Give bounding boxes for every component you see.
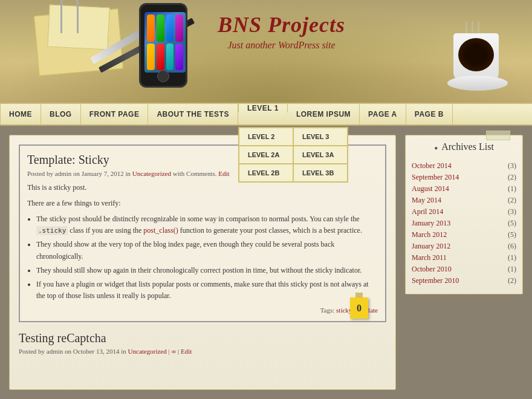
dropdown-level3[interactable]: LEVEL 3 (293, 128, 348, 146)
archives-widget-title: Archives List (412, 141, 516, 155)
dropdown-level2[interactable]: LEVEL 2 (239, 128, 293, 146)
phone-device (139, 3, 187, 88)
list-item: They should show at the very top of the … (36, 239, 378, 262)
header-decorations (0, 0, 224, 103)
archive-link[interactable]: April 2014 (412, 207, 443, 216)
nav-item-level1[interactable]: LEVEL 1 (238, 104, 288, 112)
nav-dropdown-level1: LEVEL 1 LEVEL 2 LEVEL 3 LEVEL 2A LEVEL 3… (238, 104, 288, 125)
archive-item-jan2012: January 2012 (6) (412, 242, 516, 251)
post-intro2: There are a few things to verify: (27, 198, 378, 209)
paperclip-icon (60, 0, 79, 33)
paper-small (47, 4, 110, 50)
sidebar: Archives List October 2014 (3) September… (405, 135, 523, 390)
archive-count: (2) (508, 173, 516, 182)
second-post-category[interactable]: Uncategorized (128, 348, 167, 355)
archive-link[interactable]: May 2014 (412, 196, 441, 205)
app-icon (175, 15, 183, 42)
dropdown-row-1: LEVEL 2 LEVEL 3 (239, 128, 348, 146)
steam-line (478, 21, 479, 34)
post-class-link[interactable]: post_class() (143, 226, 178, 235)
dropdown-row-3: LEVEL 2B LEVEL 3B (239, 164, 348, 182)
nav-item-page-a[interactable]: PAGE A (360, 104, 406, 125)
archive-link[interactable]: March 2012 (412, 230, 447, 239)
sticky-note-decoration: 0 (350, 297, 368, 319)
post-meta-text: Posted by admin on January 7, 2012 in (27, 170, 131, 177)
second-post-meta: Posted by admin on October 13, 2014 in U… (19, 348, 386, 355)
archive-item-mar2011: March 2011 (1) (412, 253, 516, 262)
main-navigation: HOME BLOG FRONT PAGE ABOUT THE TESTS LEV… (0, 103, 532, 126)
tag-sticky[interactable]: sticky (336, 307, 352, 314)
phone-screen (144, 12, 186, 73)
post-edit-link[interactable]: Edit (218, 170, 229, 177)
app-icon (157, 44, 164, 71)
nav-item-lorem-ipsum[interactable]: LOREM IPSUM (288, 104, 360, 125)
nav-item-home[interactable]: HOME (0, 104, 41, 125)
post-tags: Tags: sticky, template (27, 307, 378, 314)
archive-item-sep2014: September 2014 (2) (412, 173, 516, 182)
second-edit-link[interactable]: Edit (181, 348, 192, 355)
archive-link[interactable]: January 2012 (412, 242, 450, 251)
dropdown-row-2: LEVEL 2A LEVEL 3A (239, 146, 348, 164)
archive-item-jan2013: January 2013 (5) (412, 219, 516, 228)
archive-link[interactable]: September 2014 (412, 173, 459, 182)
archive-item-aug2014: August 2014 (1) (412, 184, 516, 193)
phone-home-button (157, 70, 169, 82)
dropdown-level3a[interactable]: LEVEL 3A (293, 146, 348, 164)
site-title: BNS Projects (218, 12, 345, 37)
archive-link[interactable]: August 2014 (412, 184, 449, 193)
archive-count: (1) (508, 265, 516, 274)
app-icon (166, 44, 174, 71)
nav-item-about-tests[interactable]: ABOUT THE TESTS (148, 104, 238, 125)
archive-item-oct2014: October 2014 (3) (412, 161, 516, 170)
archive-count: (1) (508, 253, 516, 262)
archives-widget: Archives List October 2014 (3) September… (405, 135, 523, 294)
archive-count: (2) (508, 276, 516, 285)
nav-item-front-page[interactable]: FRONT PAGE (81, 104, 149, 125)
archive-link[interactable]: September 2010 (412, 276, 459, 285)
archive-count: (3) (508, 161, 516, 170)
archive-link[interactable]: October 2010 (412, 265, 452, 274)
archive-count: (5) (508, 230, 516, 239)
tags-label: Tags: (320, 307, 335, 314)
nav-item-blog[interactable]: BLOG (41, 104, 81, 125)
app-icon (147, 15, 155, 42)
archive-item-may2014: May 2014 (2) (412, 196, 516, 205)
site-header: BNS Projects Just another WordPress site (0, 0, 532, 103)
dropdown-level2b[interactable]: LEVEL 2B (239, 164, 293, 182)
archive-count: (5) (508, 219, 516, 228)
archive-item-apr2014: April 2014 (3) (412, 207, 516, 216)
app-icon (175, 44, 183, 71)
cup-saucer (447, 76, 508, 91)
dropdown-menu: LEVEL 2 LEVEL 3 LEVEL 2A LEVEL 3A LEVEL … (238, 127, 348, 183)
archive-item-oct2010: October 2010 (1) (412, 265, 516, 274)
app-icon (157, 15, 164, 42)
second-post: Testing reCaptcha Posted by admin on Oct… (19, 331, 386, 355)
list-item: If you have a plugin or widget that list… (36, 279, 378, 302)
app-icon (147, 44, 155, 71)
tape-decoration (486, 131, 510, 140)
archive-link[interactable]: March 2011 (412, 253, 447, 262)
second-meta-text: Posted by admin on October 13, 2014 in (19, 348, 126, 355)
second-post-title: Testing reCaptcha (19, 331, 386, 345)
post-meta-suffix: with Comments. (173, 170, 217, 177)
dropdown-level2a[interactable]: LEVEL 2A (239, 146, 293, 164)
app-icon (166, 15, 174, 42)
archive-count: (3) (508, 207, 516, 216)
code-sticky: .sticky (36, 226, 68, 235)
archive-count: (6) (508, 242, 516, 251)
nav-item-page-b[interactable]: PAGE B (406, 104, 453, 125)
infinity-link[interactable]: ∞ (171, 348, 176, 355)
archive-count: (2) (508, 196, 516, 205)
steam-line (472, 21, 473, 32)
archive-item-sep2010: September 2010 (2) (412, 276, 516, 285)
post-category-link[interactable]: Uncategorized (132, 170, 171, 177)
site-branding: BNS Projects Just another WordPress site (218, 12, 345, 51)
post-intro1: This is a sticky post. (27, 182, 378, 193)
archive-count: (1) (508, 184, 516, 193)
list-item: The sticky post should be distinctly rec… (36, 213, 378, 236)
archive-link[interactable]: January 2013 (412, 219, 450, 228)
dropdown-level3b[interactable]: LEVEL 3B (293, 164, 348, 182)
archive-item-mar2012: March 2012 (5) (412, 230, 516, 239)
coffee-cup (441, 6, 520, 91)
archive-link[interactable]: October 2014 (412, 161, 452, 170)
